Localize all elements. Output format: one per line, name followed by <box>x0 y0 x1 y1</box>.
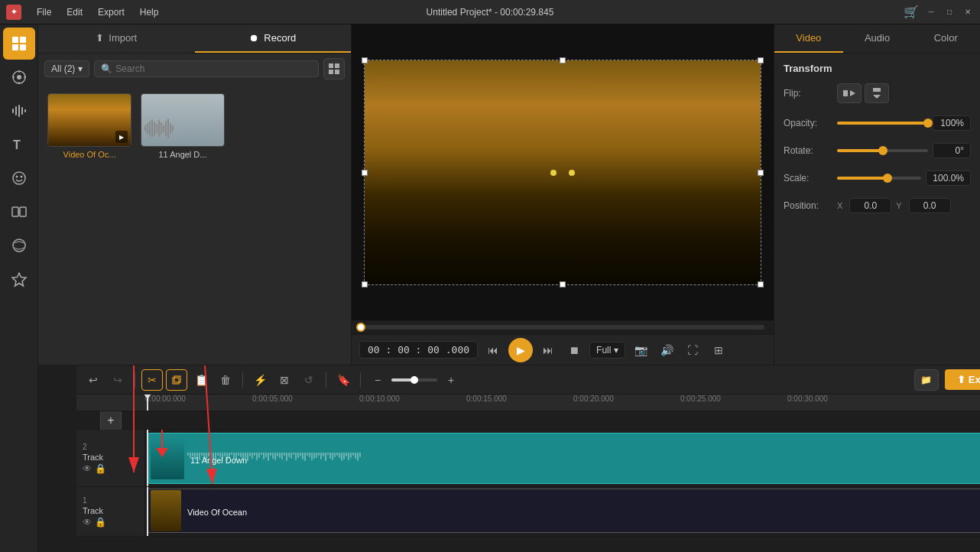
flip-label: Flip: <box>784 88 837 99</box>
menu-help[interactable]: Help <box>134 5 165 19</box>
svg-point-5 <box>17 75 21 80</box>
volume-plus-button[interactable]: + <box>440 369 462 391</box>
skip-forward-button[interactable]: ⏭ <box>537 339 559 361</box>
handle-top-left[interactable] <box>362 57 368 63</box>
handle-bottom-right[interactable] <box>758 281 764 287</box>
handle-bottom-left[interactable] <box>362 281 368 287</box>
title-right: 🛒 ─ □ ✕ <box>904 5 974 19</box>
maximize-button[interactable]: □ <box>943 6 956 18</box>
separator-1 <box>135 372 135 388</box>
handle-mid-right[interactable] <box>758 170 764 176</box>
track-name-1: Track <box>83 506 103 515</box>
cut-button[interactable]: ✂ <box>141 369 163 391</box>
sidebar-item-text[interactable]: T <box>3 128 35 161</box>
undo-button[interactable]: ↩ <box>83 369 104 391</box>
opacity-slider-thumb[interactable] <box>923 119 933 128</box>
volume-minus-button[interactable]: − <box>367 369 388 391</box>
sidebar-item-filters[interactable] <box>3 229 35 261</box>
media-filter-select[interactable]: All (2) ▾ <box>44 60 89 77</box>
track-name-2: Track <box>83 453 103 462</box>
stop-button[interactable]: ⏹ <box>563 339 585 361</box>
opacity-slider[interactable] <box>837 122 928 125</box>
track-clip-angel[interactable]: 11 Angel Down <box>147 433 980 484</box>
copy-button[interactable] <box>166 369 187 391</box>
flip-vertical-button[interactable] <box>865 83 889 103</box>
svg-point-22 <box>13 239 25 252</box>
cart-icon[interactable]: 🛒 <box>904 5 919 19</box>
volume-track[interactable] <box>391 378 437 382</box>
export-button[interactable]: ⬆ Export <box>945 369 980 390</box>
svg-rect-25 <box>335 63 339 68</box>
split-view-button[interactable]: ⊞ <box>708 339 729 361</box>
handle-bottom-mid[interactable] <box>560 281 566 287</box>
track-clip-ocean[interactable]: Video Of Ocean <box>147 489 980 533</box>
delete-button[interactable]: 🗑 <box>215 369 236 391</box>
tab-audio[interactable]: Audio <box>843 24 912 53</box>
media-tabs: ⬆ Import ⏺ Record <box>38 24 351 54</box>
split-button[interactable]: ⚡ <box>249 369 271 391</box>
export-folder-button[interactable]: 📁 <box>914 369 939 391</box>
sidebar-item-media[interactable] <box>3 28 35 60</box>
track-lock-icon-1[interactable]: 🔒 <box>95 517 106 528</box>
track-eye-icon-1[interactable]: 👁 <box>83 517 92 528</box>
scale-slider-thumb[interactable] <box>883 174 892 183</box>
media-item-video-ocean[interactable]: ▶ Video Of Oc... <box>47 93 131 159</box>
track-eye-icon-2[interactable]: 👁 <box>83 463 92 474</box>
redo-button[interactable]: ↪ <box>107 369 128 391</box>
bottom-area: ↩ ↪ ✂ 📋 🗑 ⚡ ⊠ ↺ 🔖 − <box>76 365 980 552</box>
tab-video[interactable]: Video <box>774 24 843 53</box>
skip-back-button[interactable]: ⏮ <box>482 339 504 361</box>
angel-clip-content: 11 Angel Down <box>187 453 980 465</box>
scale-slider[interactable] <box>837 177 921 180</box>
paste-button[interactable]: 📋 <box>190 369 212 391</box>
sidebar-item-favorites[interactable] <box>3 263 35 295</box>
rotate-slider-thumb[interactable] <box>878 146 888 155</box>
position-control: X Y <box>837 198 971 213</box>
fullscreen-button[interactable]: ⛶ <box>682 339 703 361</box>
tab-import[interactable]: ⬆ Import <box>38 24 195 53</box>
flip-controls <box>837 83 971 103</box>
handle-mid-left[interactable] <box>362 170 368 176</box>
menu-file[interactable]: File <box>31 5 57 19</box>
position-x-input[interactable] <box>849 198 891 213</box>
media-toolbar: All (2) ▾ 🔍 <box>38 54 351 84</box>
progress-handle[interactable] <box>356 323 365 332</box>
sidebar-item-effects[interactable] <box>3 61 35 93</box>
menu-export[interactable]: Export <box>92 5 131 19</box>
top-area: ⬆ Import ⏺ Record All (2) ▾ 🔍 <box>38 24 980 365</box>
bookmark-button[interactable]: 🔖 <box>333 369 354 391</box>
center-handle-left[interactable] <box>550 170 557 176</box>
track-lock-icon-2[interactable]: 🔒 <box>95 463 106 474</box>
menu-edit[interactable]: Edit <box>60 5 89 19</box>
tab-record[interactable]: ⏺ Record <box>195 24 352 53</box>
add-track-button[interactable]: + <box>100 411 122 431</box>
minimize-button[interactable]: ─ <box>925 6 937 18</box>
preview-area: 00 : 00 : 00 .000 ⏮ ▶ ⏭ ⏹ Full ▾ 📷 🔊 ⛶ ⊞ <box>352 24 774 365</box>
svg-marker-23 <box>12 273 26 286</box>
screenshot-button[interactable]: 📷 <box>630 339 651 361</box>
position-y-input[interactable] <box>909 198 951 213</box>
handle-top-right[interactable] <box>758 57 764 63</box>
search-input[interactable] <box>115 63 312 74</box>
sidebar-item-transitions[interactable] <box>3 196 35 228</box>
grid-view-button[interactable] <box>323 58 345 80</box>
sidebar-item-audio[interactable] <box>3 95 35 127</box>
progress-bar[interactable] <box>361 325 764 330</box>
play-button[interactable]: ▶ <box>508 338 533 362</box>
center-handle-right[interactable] <box>569 170 575 176</box>
media-thumb-audio-angel <box>141 93 225 147</box>
svg-point-17 <box>15 176 18 178</box>
rotate-button[interactable]: ↺ <box>298 369 320 391</box>
handle-top-mid[interactable] <box>560 57 566 63</box>
zoom-select[interactable]: Full ▾ <box>589 342 625 359</box>
sidebar-item-stickers[interactable] <box>3 162 35 194</box>
volume-thumb[interactable] <box>410 376 418 384</box>
media-item-audio-angel[interactable]: 11 Angel D... <box>141 93 225 159</box>
tab-color[interactable]: Color <box>911 24 980 53</box>
rotate-slider[interactable] <box>837 149 928 152</box>
flip-horizontal-button[interactable] <box>837 83 862 103</box>
crop-button[interactable]: ⊠ <box>274 369 295 391</box>
close-button[interactable]: ✕ <box>962 6 974 18</box>
volume-button[interactable]: 🔊 <box>656 339 677 361</box>
position-label: Position: <box>784 200 837 211</box>
